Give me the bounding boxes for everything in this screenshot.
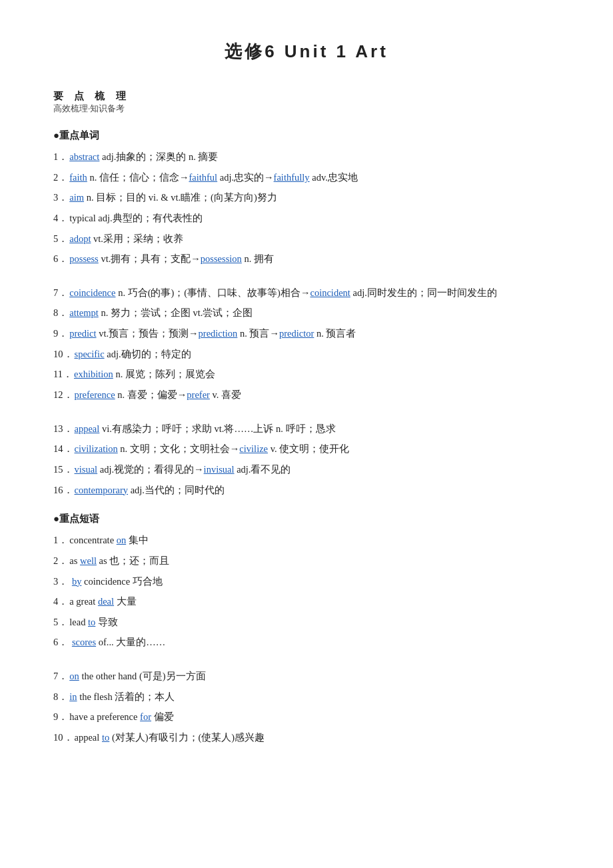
vocab-text: 偏爱 (151, 711, 174, 722)
section-header-title: 要 点 梳 理 (53, 90, 560, 103)
vocab-text: adj.视觉的；看得见的→ (97, 464, 203, 475)
vocab-link[interactable]: possession (201, 253, 242, 264)
vocab-text: n. 喜爱；偏爱→ (115, 389, 187, 400)
vocab-link[interactable]: civilization (75, 443, 118, 454)
vocab-text: have a preference (69, 711, 140, 722)
vocab-link[interactable]: on (117, 535, 127, 545)
vocab-link[interactable]: civilize (239, 443, 268, 454)
vocab-text: n. 预言者 (314, 328, 356, 339)
item-num: 6． (53, 637, 68, 647)
list-item: 3． by coincidence 巧合地 (53, 573, 560, 590)
list-item: 13．appeal vi.有感染力；呼吁；求助 vt.将……上诉 n. 呼吁；恳… (53, 421, 560, 437)
vocab-link[interactable]: faithfully (274, 172, 310, 183)
vocab-link[interactable]: faith (69, 172, 87, 183)
list-item: 15．visual adj.视觉的；看得见的→invisual adj.看不见的 (53, 461, 560, 478)
vocab-link[interactable]: appeal (75, 423, 100, 434)
item-num: 1． (53, 151, 68, 162)
list-item: 1．abstract adj.抽象的；深奥的 n. 摘要 (53, 149, 560, 165)
item-num: 12． (53, 389, 73, 400)
vocab-text: n. 巧合(的事)；(事情、口味、故事等)相合→ (116, 287, 310, 298)
vocab-link[interactable]: coincidence (69, 287, 115, 298)
list-item: 11．exhibition n. 展览；陈列；展览会 (53, 366, 560, 383)
list-item: 7．on the other hand (可是)另一方面 (53, 668, 560, 685)
vocab-link[interactable]: faithful (189, 172, 217, 183)
vocab-text: n. 文明；文化；文明社会→ (118, 443, 240, 454)
vocab-link[interactable]: in (69, 691, 77, 702)
vocab-link[interactable]: on (69, 671, 79, 681)
phrase-section: ●重点短语 1．concentrate on 集中2．as well as 也；… (53, 513, 560, 745)
vocab-text: typical (69, 213, 95, 223)
phrase-list: 1．concentrate on 集中2．as well as 也；还；而且3．… (53, 532, 560, 745)
list-item: 14．civilization n. 文明；文化；文明社会→civilize v… (53, 441, 560, 457)
vocab-link[interactable]: to (102, 732, 109, 743)
vocab-text: concentrate (69, 535, 116, 545)
list-item: 4．typical adj.典型的；有代表性的 (53, 210, 560, 227)
vocab-link[interactable]: aim (69, 192, 84, 203)
vocab-link[interactable]: prefer (187, 389, 210, 400)
vocab-link[interactable]: visual (75, 464, 98, 475)
list-item: 16．contemporary adj.当代的；同时代的 (53, 482, 560, 499)
item-num: 6． (53, 253, 68, 264)
vocab-link[interactable]: invisual (204, 464, 235, 475)
item-num: 7． (53, 671, 68, 681)
list-item: 4．a great deal 大量 (53, 593, 560, 610)
item-num: 5． (53, 617, 68, 627)
vocab-link[interactable]: predict (69, 328, 96, 339)
list-item: 7．coincidence n. 巧合(的事)；(事情、口味、故事等)相合→co… (53, 285, 560, 301)
vocab-link[interactable]: contemporary (75, 485, 129, 495)
vocab-link[interactable]: exhibition (74, 369, 113, 379)
vocab-text: coincidence 巧合地 (81, 576, 163, 587)
vocab-text: the flesh 活着的；本人 (77, 691, 175, 702)
vocab-text: n. 努力；尝试；企图 vt.尝试；企图 (99, 307, 253, 318)
vocab-text: adj.典型的；有代表性的 (96, 213, 203, 223)
vocab-list: 1．abstract adj.抽象的；深奥的 n. 摘要2．faith n. 信… (53, 149, 560, 498)
item-num: 16． (53, 485, 73, 495)
list-item: 12．preference n. 喜爱；偏爱→prefer v. 喜爱 (53, 387, 560, 403)
list-item: 10．specific adj.确切的；特定的 (53, 346, 560, 363)
item-num: 1． (53, 535, 68, 545)
page-title: 选修6 Unit 1 Art (53, 40, 560, 63)
vocab-link[interactable]: specific (75, 349, 105, 359)
vocab-text: n. 预言→ (237, 328, 279, 339)
vocab-link[interactable]: preference (75, 389, 115, 400)
vocab-link[interactable]: adopt (69, 233, 91, 244)
vocab-text: 导致 (95, 617, 118, 627)
vocab-link[interactable]: deal (98, 596, 114, 607)
vocab-text: v. 使文明；使开化 (268, 443, 349, 454)
vocab-section: ●重点单词 1．abstract adj.抽象的；深奥的 n. 摘要2．fait… (53, 129, 560, 498)
item-num: 14． (53, 443, 73, 454)
vocab-text: (对某人)有吸引力；(使某人)感兴趣 (109, 732, 265, 743)
vocab-link[interactable]: well (80, 555, 97, 566)
vocab-text: 大量 (114, 596, 137, 607)
item-num: 9． (53, 328, 68, 339)
list-item: 6． scores of... 大量的…… (53, 634, 560, 651)
vocab-text: 集中 (126, 535, 149, 545)
item-num: 2． (53, 172, 68, 183)
vocab-text: adv.忠实地 (310, 172, 358, 183)
item-num: 4． (53, 596, 68, 607)
vocab-link[interactable]: by (72, 576, 82, 587)
vocab-text: vt.采用；采纳；收养 (91, 233, 183, 244)
item-num: 9． (53, 711, 68, 722)
vocab-link[interactable]: prediction (199, 328, 238, 339)
vocab-link[interactable]: predictor (279, 328, 314, 339)
vocab-link[interactable]: scores (72, 637, 96, 647)
list-item: 6．possess vt.拥有；具有；支配→possession n. 拥有 (53, 251, 560, 267)
vocab-text: adj.确切的；特定的 (105, 349, 191, 359)
vocab-link[interactable]: possess (69, 253, 99, 264)
list-item: 1．concentrate on 集中 (53, 532, 560, 549)
item-num: 2． (53, 555, 68, 566)
vocab-link[interactable]: for (140, 711, 151, 722)
group-separator (53, 271, 560, 281)
vocab-text: adj.同时发生的；同一时间发生的 (350, 287, 497, 298)
vocab-text: n. 拥有 (242, 253, 274, 264)
vocab-link[interactable]: attempt (69, 307, 99, 318)
vocab-link[interactable]: abstract (69, 151, 99, 162)
vocab-text: n. 展览；陈列；展览会 (113, 369, 215, 379)
vocab-text: as 也；还；而且 (97, 555, 169, 566)
vocab-link[interactable]: to (88, 617, 95, 627)
vocab-link[interactable]: coincident (310, 287, 350, 298)
vocab-text: adj.看不见的 (235, 464, 291, 475)
vocab-text: vt.拥有；具有；支配→ (99, 253, 201, 264)
item-num: 15． (53, 464, 73, 475)
